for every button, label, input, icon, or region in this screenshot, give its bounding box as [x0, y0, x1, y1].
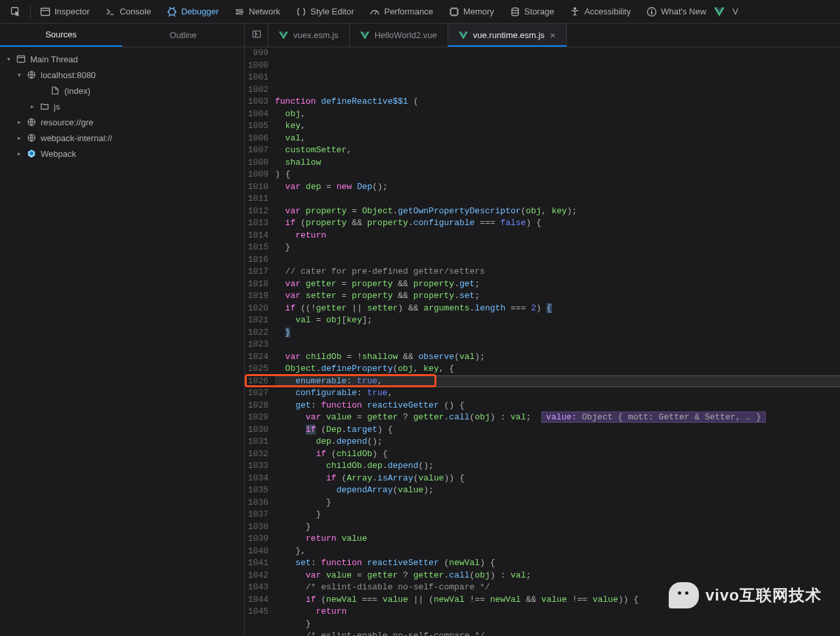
code-line[interactable]: }: [275, 521, 840, 534]
tree-item-label: resource://gre: [41, 117, 93, 127]
code-line[interactable]: shallow: [275, 157, 840, 169]
tree-item-label: Main Thread: [30, 54, 78, 64]
tree-toggle-icon[interactable]: ▸: [16, 119, 22, 125]
code-line[interactable]: var childOb = !shallow && observe(val);: [275, 351, 840, 364]
code-line[interactable]: obj,: [275, 108, 840, 121]
code-line[interactable]: [275, 193, 840, 205]
code-line[interactable]: if (Array.isArray(value)) {: [275, 473, 840, 485]
code-line[interactable]: var value = getter ? getter.call(obj) : …: [275, 412, 840, 424]
file-icon: [50, 85, 60, 96]
tree-item-label: webpack-internal://: [41, 133, 112, 143]
code-line[interactable]: /* eslint-enable no-self-compare */: [275, 630, 840, 636]
file-tab[interactable]: HelloWorld2.vue: [350, 24, 448, 47]
toolbar-label: Network: [249, 7, 280, 16]
code-line[interactable]: dep.depend();: [275, 436, 840, 448]
vue-icon: [714, 7, 724, 17]
toolbar-accessibility[interactable]: Accessibility: [562, 3, 639, 21]
code-line[interactable]: return value: [275, 533, 840, 545]
code-line[interactable]: var dep = new Dep();: [275, 181, 840, 194]
code-line[interactable]: if (property && property.configurable ==…: [275, 217, 840, 230]
tab-outline[interactable]: Outline: [122, 24, 244, 47]
code-line[interactable]: function defineReactive$$1 (: [275, 96, 840, 108]
tree-item[interactable]: ▾Main Thread: [0, 51, 244, 67]
tree-toggle-icon[interactable]: ▸: [16, 135, 22, 141]
tree-item[interactable]: ▾localhost:8080: [0, 67, 244, 83]
toolbar-console[interactable]: Console: [97, 3, 159, 21]
svg-rect-9: [17, 56, 24, 62]
code-line[interactable]: }: [275, 497, 840, 509]
code-line[interactable]: return: [275, 230, 840, 242]
code-line[interactable]: if (newVal === value || (newVal !== newV…: [275, 594, 840, 606]
toolbar-performance[interactable]: Performance: [362, 3, 440, 21]
toolbar-storage[interactable]: Storage: [502, 3, 562, 21]
svg-point-7: [651, 9, 652, 11]
code-line[interactable]: get: function reactiveGetter () {: [275, 400, 840, 412]
tab-sources[interactable]: Sources: [0, 24, 122, 47]
toolbar-inspector[interactable]: Inspector: [32, 3, 97, 21]
code-line[interactable]: var getter = property && property.get;: [275, 278, 840, 291]
file-tab[interactable]: vue.runtime.esm.js×: [448, 24, 567, 47]
code-line[interactable]: customSetter,: [275, 144, 840, 157]
tree-item[interactable]: ▸Webpack: [0, 146, 244, 161]
code-line[interactable]: },: [275, 545, 840, 558]
memory-icon: [449, 7, 459, 17]
file-tab[interactable]: vuex.esm.js: [268, 24, 350, 47]
editor-column: vuex.esm.jsHelloWorld2.vuevue.runtime.es…: [245, 24, 840, 636]
code-line[interactable]: if (Dep.target) {: [275, 424, 840, 436]
code-line[interactable]: return: [275, 606, 840, 618]
toolbar-what-s-new[interactable]: What's New: [639, 3, 714, 21]
code-line[interactable]: }: [275, 509, 840, 521]
tree-toggle-icon[interactable]: ▸: [16, 150, 22, 157]
tree-item[interactable]: ▸js: [0, 98, 244, 114]
tree-toggle-icon[interactable]: ▸: [29, 103, 35, 110]
toolbar-label: Console: [119, 7, 151, 16]
code-line[interactable]: [275, 254, 840, 266]
code-line[interactable]: configurable: true,: [275, 387, 840, 400]
toolbar-label: Debugger: [181, 7, 219, 16]
network-icon: [234, 7, 245, 17]
code-line[interactable]: var property = Object.getOwnPropertyDesc…: [275, 205, 840, 218]
toolbar-debugger[interactable]: Debugger: [159, 3, 226, 21]
tree-item[interactable]: ▸webpack-internal://: [0, 130, 244, 146]
svg-point-4: [512, 8, 518, 11]
toolbar-style-editor[interactable]: Style Editor: [288, 3, 362, 21]
code-line[interactable]: if ((!getter || setter) && arguments.len…: [275, 303, 840, 315]
close-icon[interactable]: ×: [550, 30, 556, 41]
tree-toggle-icon[interactable]: ▾: [16, 72, 22, 78]
code-line[interactable]: val,: [275, 133, 840, 145]
code-line[interactable]: if (childOb) {: [275, 448, 840, 461]
globe-icon: [26, 117, 37, 127]
separator: [30, 5, 31, 19]
code-editor[interactable]: 9991000100110021003100410051006100710081…: [245, 47, 840, 636]
code-line[interactable]: var setter = property && property.set;: [275, 290, 840, 303]
code-line[interactable]: childOb.dep.depend();: [275, 460, 840, 473]
tree-toggle-icon[interactable]: ▾: [5, 56, 12, 62]
toolbar-label: Accessibility: [584, 7, 631, 16]
toggle-sidebar-button[interactable]: [245, 24, 268, 47]
code-line[interactable]: key,: [275, 120, 840, 133]
code-line[interactable]: [275, 339, 840, 351]
code-line[interactable]: // cater for pre-defined getter/setters: [275, 266, 840, 278]
what-s-new-icon: [646, 7, 657, 17]
code-line[interactable]: }: [275, 327, 840, 339]
toolbar-network[interactable]: Network: [226, 3, 288, 21]
code-line[interactable]: Object.defineProperty(obj, key, {: [275, 363, 840, 375]
pick-element-button[interactable]: [3, 3, 29, 21]
sidebar-tabs: Sources Outline: [0, 24, 244, 47]
code-line[interactable]: /* eslint-disable no-self-compare */: [275, 582, 840, 594]
code-line[interactable]: var value = getter ? getter.call(obj) : …: [275, 570, 840, 582]
sources-tree: ▾Main Thread▾localhost:8080(index)▸js▸re…: [0, 47, 244, 165]
code-line[interactable]: set: function reactiveSetter (newVal) {: [275, 557, 840, 570]
main-layout: Sources Outline ▾Main Thread▾localhost:8…: [0, 24, 840, 636]
toolbar-memory[interactable]: Memory: [441, 3, 502, 21]
code-line[interactable]: }: [275, 242, 840, 254]
code-line[interactable]: enumerable: true,: [275, 375, 840, 388]
tree-item[interactable]: (index): [0, 83, 244, 98]
code-line[interactable]: val = obj[key];: [275, 314, 840, 327]
code-line[interactable]: }: [275, 618, 840, 631]
tree-item[interactable]: ▸resource://gre: [0, 114, 244, 130]
line-gutter: 9991000100110021003100410051006100710081…: [245, 47, 275, 636]
svg-point-2: [169, 9, 175, 15]
code-line[interactable]: dependArray(value);: [275, 484, 840, 497]
code-line[interactable]: ) {: [275, 169, 840, 181]
